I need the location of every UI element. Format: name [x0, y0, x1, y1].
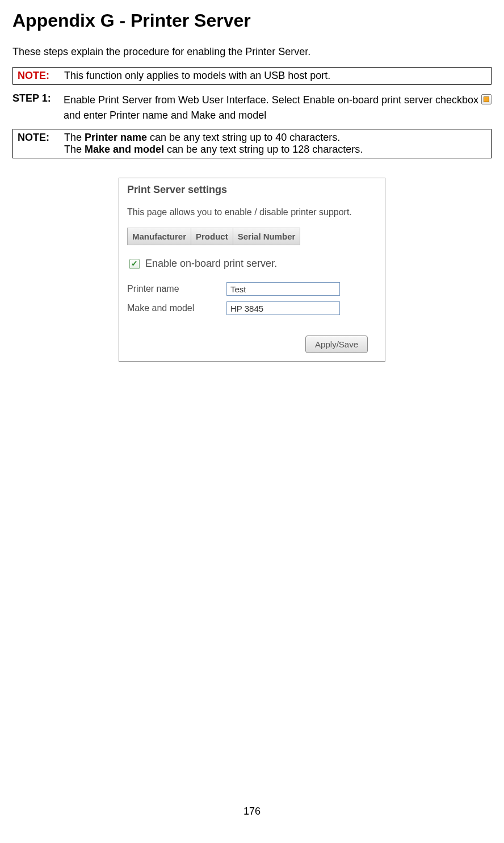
note-2-label: NOTE	[18, 132, 46, 143]
printer-name-label: Printer name	[127, 284, 226, 294]
step-1: STEP 1: Enable Print Server from Web Use…	[12, 93, 492, 123]
note-1-label: NOTE:	[18, 70, 49, 81]
enable-print-server-checkbox[interactable]: ✓	[129, 259, 140, 269]
tab-product[interactable]: Product	[191, 228, 233, 245]
printer-name-input[interactable]: Test	[226, 282, 340, 296]
intro-text: These steps explain the procedure for en…	[12, 46, 492, 58]
step-1-label: STEP 1:	[12, 93, 64, 123]
panel-title: Print Server settings	[127, 184, 377, 196]
checkmark-icon: ✓	[131, 259, 138, 268]
note-2: NOTE: The Printer name can be any text s…	[12, 129, 492, 158]
apply-save-button[interactable]: Apply/Save	[305, 335, 368, 353]
print-server-panel: Print Server settings This page allows y…	[119, 178, 385, 362]
tab-bar: Manufacturer Product Serial Number	[127, 228, 377, 245]
enable-print-server-label: Enable on-board print server.	[145, 258, 277, 270]
page-number: 176	[12, 806, 492, 817]
make-model-label: Make and model	[127, 303, 226, 313]
page-title: Appendix G - Printer Server	[12, 10, 492, 31]
note-1-text: This function only applies to models wit…	[64, 70, 486, 82]
note-2-body: The Printer name can be any text string …	[64, 132, 486, 156]
inline-checkbox-icon	[481, 94, 492, 104]
tab-manufacturer[interactable]: Manufacturer	[127, 228, 191, 245]
make-model-input[interactable]: HP 3845	[226, 301, 340, 315]
panel-description: This page allows you to enable / disable…	[127, 207, 377, 217]
step-1-body: Enable Print Server from Web User Interf…	[64, 93, 492, 123]
tab-serial-number[interactable]: Serial Number	[233, 228, 301, 245]
note-1: NOTE: This function only applies to mode…	[12, 67, 492, 85]
